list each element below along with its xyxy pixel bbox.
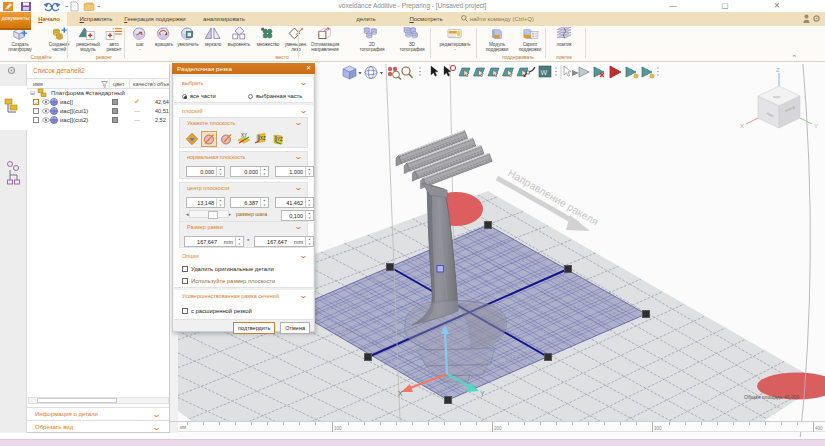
svg-text:Общая площадь 40,000: Общая площадь 40,000: [744, 394, 800, 400]
svg-text:Z: Z: [776, 67, 780, 73]
svg-text:W: W: [541, 69, 548, 76]
svg-text:XY: XY: [241, 133, 247, 138]
svg-text:X: X: [398, 390, 403, 397]
svg-text:XZ: XZ: [260, 136, 266, 141]
svg-text:YZ: YZ: [277, 137, 283, 142]
svg-text:верх: верх: [773, 95, 781, 99]
svg-text:Y: Y: [480, 390, 485, 397]
svg-text:X: X: [740, 123, 744, 129]
svg-text:Y: Y: [814, 123, 818, 129]
